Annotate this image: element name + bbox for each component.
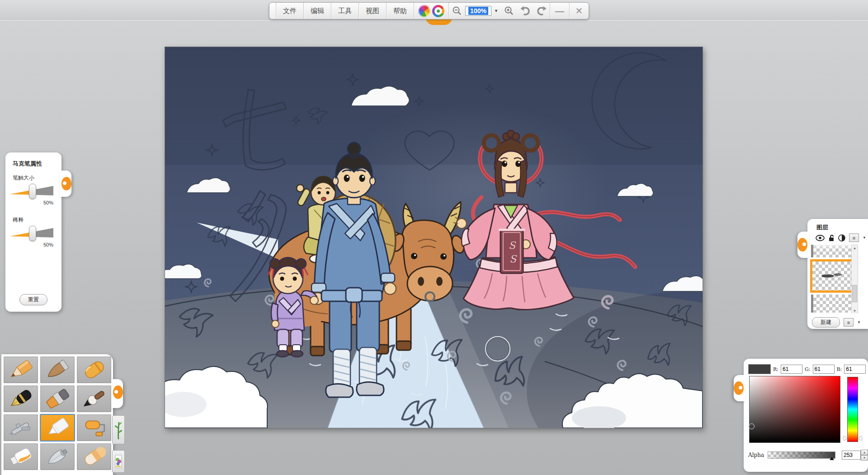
zoom-out-icon (452, 5, 462, 16)
layer-menu-caret[interactable]: ▼ (863, 236, 866, 240)
layers-scrollbar[interactable]: ▲ ▼ (851, 245, 858, 314)
alpha-field[interactable] (842, 451, 861, 460)
menu-tools[interactable]: 工具 (331, 3, 359, 19)
zoom-in-button[interactable] (501, 3, 517, 19)
layer-row-selected[interactable] (810, 259, 856, 293)
b-field[interactable] (844, 365, 866, 374)
redo-button[interactable] (533, 3, 550, 19)
tool-airbrush[interactable] (4, 414, 38, 441)
layer-thumbnail-strokes (812, 261, 849, 286)
main-toolbar: 文件 编辑 工具 视图 帮助 100% ▼ (269, 2, 589, 19)
blend-contrast-icon[interactable] (838, 234, 845, 242)
menu-file[interactable]: 文件 (276, 3, 303, 19)
reset-button[interactable]: 重置 (19, 294, 47, 305)
tool-marker[interactable] (40, 414, 75, 441)
layer-row-bottom[interactable] (811, 294, 857, 313)
bamboo-icon (115, 419, 122, 440)
r-field[interactable] (781, 365, 802, 374)
layers-options-button[interactable]: ≡ (844, 318, 854, 327)
zoom-level-value: 100% (468, 7, 488, 15)
brush-size-value: 50% (5, 200, 53, 205)
svg-text:S: S (509, 240, 516, 251)
tool-ink-brush[interactable] (77, 385, 111, 412)
layers-options-caret[interactable]: ▼ (857, 320, 861, 324)
undo-button[interactable] (517, 3, 533, 19)
tool-pencil[interactable] (4, 356, 38, 383)
color-panel-collapse-tab[interactable] (734, 375, 745, 401)
redo-icon (536, 5, 547, 16)
g-field[interactable] (813, 365, 835, 374)
undo-icon (519, 5, 531, 16)
tool-eraser[interactable] (77, 443, 111, 470)
tool-panel (1, 354, 113, 475)
minimize-icon: — (555, 6, 564, 16)
zoom-out-button[interactable] (449, 3, 465, 19)
tool-crayon[interactable] (77, 356, 111, 383)
zoom-level-field[interactable]: 100% (465, 6, 491, 16)
layer-row-top[interactable] (811, 245, 857, 257)
scrollbar-thumb[interactable] (852, 285, 857, 302)
menu-help[interactable]: 帮助 (387, 3, 414, 19)
layers-panel-title: 图层 (816, 223, 868, 232)
scroll-down-icon[interactable]: ▼ (852, 308, 858, 314)
lock-icon[interactable] (828, 234, 835, 242)
dilution-slider-handle[interactable] (29, 226, 36, 241)
picture-stamp-icon (115, 454, 122, 469)
tool-flat-brush[interactable] (40, 385, 75, 412)
brush-size-slider[interactable] (10, 185, 53, 198)
sv-cursor[interactable] (749, 423, 755, 429)
zoom-in-icon (504, 5, 514, 16)
layers-list: ▲ ▼ (810, 245, 858, 314)
svg-text:S: S (509, 253, 517, 265)
close-button[interactable]: ✕ (570, 3, 589, 19)
b-label: B: (837, 366, 842, 372)
dilution-slider[interactable] (10, 227, 53, 240)
saturation-value-picker[interactable] (749, 376, 840, 443)
logo-ring-icon[interactable] (432, 5, 444, 17)
hue-marker-right (859, 436, 862, 441)
canvas-page: S S (165, 47, 703, 428)
layer-menu-button[interactable]: ≡ (849, 233, 859, 242)
zoom-dropdown-caret[interactable]: ▼ (491, 3, 501, 19)
side-tab-bamboo-stamp[interactable] (112, 415, 125, 444)
brush-size-label: 笔触大小 (13, 174, 61, 182)
scroll-up-icon[interactable]: ▲ (852, 245, 858, 251)
menu-view[interactable]: 视图 (359, 3, 386, 19)
layers-panel-collapse-tab[interactable] (797, 232, 809, 258)
hue-slider[interactable] (847, 377, 858, 442)
tool-brush-pen[interactable] (40, 356, 75, 383)
alpha-label: Alpha (748, 452, 764, 458)
tool-paint-roller[interactable] (77, 414, 111, 441)
alpha-slider[interactable] (768, 451, 835, 459)
tool-paint-bottle[interactable] (4, 443, 38, 470)
marker-properties-panel: 马克笔属性 笔触大小 50% 稀释 50% 重置 (5, 152, 61, 312)
toolbar-drag-handle[interactable] (269, 3, 276, 19)
visibility-eye-icon[interactable] (816, 235, 825, 241)
color-picker-panel: R: G: B: Alpha ▲ ▼ (744, 359, 868, 472)
dilution-value: 50% (5, 242, 53, 247)
menu-edit[interactable]: 编辑 (304, 3, 331, 19)
tool-knife-pen[interactable] (40, 443, 75, 470)
logo-palette-icon[interactable] (418, 5, 430, 17)
alpha-spin-up[interactable]: ▲ (861, 450, 868, 455)
canvas-artwork[interactable]: S S (165, 47, 703, 428)
side-tab-picture-stamp[interactable] (112, 450, 125, 473)
close-icon: ✕ (576, 5, 583, 16)
new-layer-button[interactable]: 新建 (812, 317, 840, 328)
g-label: G: (805, 366, 811, 372)
alpha-spin-down[interactable]: ▼ (861, 455, 868, 461)
tool-fountain-pen[interactable] (4, 385, 38, 412)
minimize-button[interactable]: — (550, 3, 569, 19)
alpha-marker[interactable] (830, 457, 834, 460)
current-color-swatch (748, 364, 771, 374)
brush-size-slider-handle[interactable] (29, 184, 36, 199)
layers-panel: 图层 ≡ ▼ ▲ ▼ 新建 ≡ (807, 219, 868, 329)
dilution-label: 稀释 (13, 216, 61, 224)
marker-panel-title: 马克笔属性 (13, 160, 61, 168)
hue-marker-left (844, 436, 847, 441)
r-label: R: (773, 366, 778, 372)
